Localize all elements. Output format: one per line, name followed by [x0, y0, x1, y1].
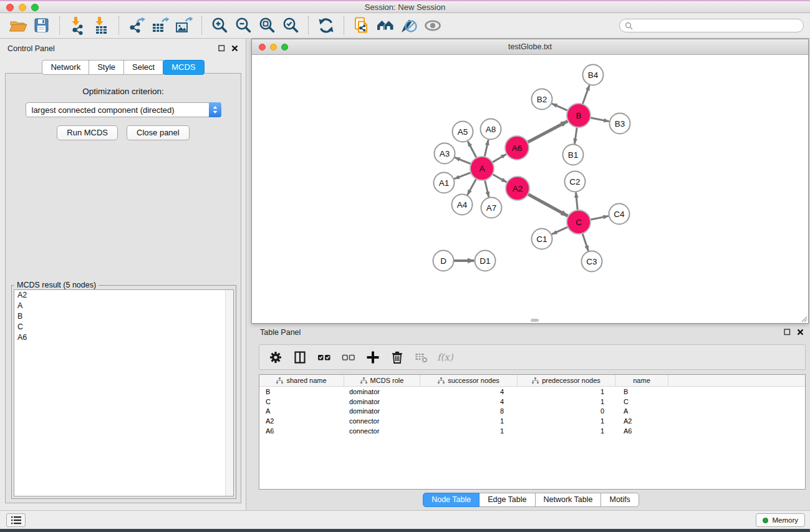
node-A8[interactable]: A8 — [481, 119, 501, 140]
mcds-result-item[interactable]: B — [14, 311, 233, 322]
edge-A6-B[interactable] — [528, 121, 568, 142]
node-C4[interactable]: C4 — [609, 204, 630, 225]
node-A2[interactable]: A2 — [506, 177, 529, 200]
show-column-button[interactable] — [290, 347, 310, 367]
network-zoom-button[interactable] — [281, 44, 288, 51]
open-session-button[interactable] — [6, 15, 30, 36]
zoom-fit-button[interactable] — [255, 15, 279, 36]
table-cell[interactable]: B — [259, 388, 344, 395]
import-network-button[interactable] — [65, 15, 89, 36]
mcds-result-item[interactable]: C — [14, 322, 233, 332]
criterion-dropdown[interactable]: largest connected component (directed) — [26, 102, 221, 117]
list-scrollbar[interactable] — [225, 290, 233, 496]
home-button[interactable] — [374, 15, 397, 36]
close-panel-button-2[interactable]: Close panel — [127, 125, 190, 140]
node-B[interactable]: B — [567, 104, 591, 127]
node-B3[interactable]: B3 — [610, 114, 630, 134]
float-table-panel-button[interactable] — [784, 329, 791, 336]
edge-C-C1[interactable] — [552, 227, 568, 235]
clone-network-button[interactable] — [350, 15, 374, 36]
node-C3[interactable]: C3 — [582, 251, 602, 272]
zoom-in-button[interactable] — [208, 15, 231, 36]
close-table-panel-button[interactable] — [797, 329, 804, 336]
tab-mcds[interactable]: MCDS — [163, 60, 204, 75]
node-A5[interactable]: A5 — [453, 122, 473, 142]
table-cell[interactable]: 8 — [420, 407, 518, 415]
horizontal-scrollbar-thumb[interactable] — [531, 319, 539, 322]
edge-A-A6[interactable] — [492, 154, 506, 162]
table-cell[interactable]: B — [615, 388, 668, 395]
node-B2[interactable]: B2 — [532, 89, 552, 110]
tab-motifs[interactable]: Motifs — [600, 493, 639, 507]
table-cell[interactable]: A6 — [259, 427, 344, 435]
table-row[interactable]: Cdominator41C — [259, 397, 805, 407]
table-cell[interactable]: A2 — [259, 417, 344, 425]
export-network-button[interactable] — [125, 15, 148, 36]
select-all-button[interactable] — [314, 347, 334, 367]
node-B4[interactable]: B4 — [583, 65, 604, 85]
delete-column-button[interactable] — [387, 347, 407, 367]
column-header-name[interactable]: name — [615, 375, 668, 386]
network-graph-canvas[interactable]: B4B2BB3A5A8A6A3AB1A1A2C2A4A7C4CC1DD1C3 — [253, 55, 808, 320]
column-header-successor-nodes[interactable]: successor nodes — [420, 375, 518, 386]
table-cell[interactable]: dominator — [344, 407, 420, 415]
table-row[interactable]: A2connector11A2 — [259, 416, 805, 426]
table-cell[interactable]: 4 — [420, 398, 518, 405]
table-cell[interactable]: dominator — [344, 388, 420, 395]
refresh-layout-button[interactable] — [314, 15, 338, 36]
table-mode-gear-button[interactable] — [266, 347, 286, 367]
mcds-result-item[interactable]: A2 — [14, 290, 233, 301]
table-cell[interactable]: 1 — [518, 388, 615, 395]
table-cell[interactable]: C — [259, 398, 344, 405]
table-cell[interactable]: 4 — [420, 388, 518, 395]
search-field[interactable] — [619, 19, 804, 32]
node-C2[interactable]: C2 — [565, 172, 586, 192]
edge-C-C4[interactable] — [591, 216, 609, 220]
export-table-button[interactable] — [148, 15, 172, 36]
tab-network[interactable]: Network — [42, 60, 89, 75]
table-row[interactable]: Adominator80A — [259, 407, 805, 417]
node-D[interactable]: D — [433, 251, 454, 271]
table-cell[interactable]: 1 — [518, 427, 615, 435]
table-cell[interactable]: C — [615, 398, 668, 405]
node-C[interactable]: C — [567, 210, 591, 234]
node-A1[interactable]: A1 — [434, 173, 455, 193]
resize-grip-icon[interactable] — [799, 314, 808, 322]
edge-A-A3[interactable] — [455, 158, 471, 164]
table-cell[interactable]: dominator — [344, 398, 420, 405]
table-cell[interactable]: connector — [344, 417, 420, 425]
network-minimize-button[interactable] — [270, 44, 277, 51]
tab-node-table[interactable]: Node Table — [423, 493, 480, 507]
create-column-button[interactable] — [363, 347, 383, 367]
node-A6[interactable]: A6 — [505, 136, 529, 160]
network-close-button[interactable] — [259, 44, 266, 51]
edge-A-A5[interactable] — [468, 142, 476, 158]
run-mcds-button[interactable]: Run MCDS — [57, 125, 118, 140]
table-cell[interactable]: A6 — [615, 427, 668, 435]
status-list-button[interactable] — [6, 513, 26, 527]
edge-C-C2[interactable] — [576, 192, 578, 210]
float-panel-button[interactable] — [218, 45, 225, 52]
mcds-result-item[interactable]: A6 — [14, 332, 233, 343]
node-D1[interactable]: D1 — [475, 251, 496, 271]
zoom-selected-button[interactable] — [279, 15, 302, 36]
table-row[interactable]: Bdominator41B — [259, 387, 805, 397]
column-header-shared-name[interactable]: shared name — [259, 375, 344, 386]
column-header-predecessor-nodes[interactable]: predecessor nodes — [518, 375, 615, 386]
edge-A-A8[interactable] — [485, 140, 488, 157]
edge-B-B2[interactable] — [552, 104, 568, 110]
table-cell[interactable]: 1 — [518, 398, 615, 405]
hide-labels-button[interactable] — [397, 15, 421, 36]
tab-edge-table[interactable]: Edge Table — [479, 493, 535, 507]
edge-A-A1[interactable] — [454, 173, 471, 179]
edge-A-A7[interactable] — [485, 180, 489, 198]
edge-B-B1[interactable] — [575, 127, 577, 144]
column-header-mcds-role[interactable]: MCDS role — [344, 375, 420, 386]
node-A7[interactable]: A7 — [481, 198, 502, 218]
edge-A2-C[interactable] — [528, 194, 568, 216]
table-cell[interactable]: A — [259, 407, 344, 415]
table-cell[interactable]: A2 — [615, 417, 668, 425]
zoom-out-button[interactable] — [231, 15, 255, 36]
table-cell[interactable]: 1 — [420, 427, 518, 435]
table-row[interactable]: A6connector11A6 — [259, 426, 805, 436]
